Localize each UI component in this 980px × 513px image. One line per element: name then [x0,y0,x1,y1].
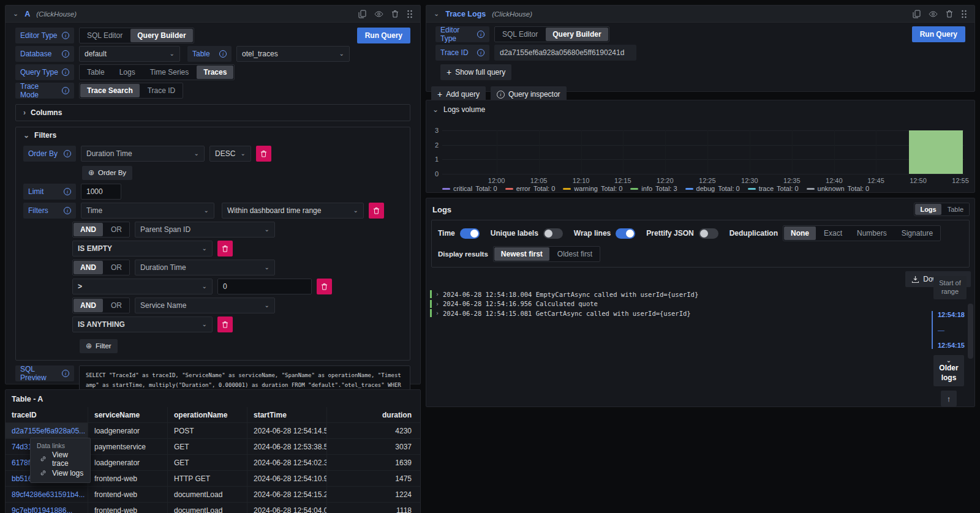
legend-item-warning[interactable]: warningTotal: 0 [563,185,622,192]
run-query-button[interactable]: Run Query [912,26,965,42]
legend-item-error[interactable]: errorTotal: 0 [505,185,556,192]
editor-type-query-builder[interactable]: Query Builder [546,28,608,41]
limit-input[interactable] [81,184,121,200]
column-header-servicename[interactable]: serviceName [88,407,168,423]
duplicate-query-icon[interactable] [913,10,921,18]
log-range-indicator[interactable]: 12:54:18 — 12:54:15 [932,311,965,349]
query-type-logs[interactable]: Logs [113,66,142,79]
remove-order-by-button[interactable] [256,146,271,162]
info-icon[interactable]: i [62,370,69,377]
older-logs-button[interactable]: ⌄ Older logs [933,355,964,386]
column-header-operationname[interactable]: operationName [168,407,247,423]
info-icon[interactable]: i [62,69,69,76]
condition-3-and[interactable]: AND [74,299,103,312]
remove-condition-2-button[interactable] [317,279,332,294]
condition-3-or[interactable]: OR [104,299,129,312]
add-order-by-button[interactable]: ⊕Order By [82,166,132,180]
view-logs-option[interactable]: Logs [915,204,941,215]
dedup-signature[interactable]: Signature [895,227,940,240]
info-icon[interactable]: i [64,188,71,195]
condition-2-value-input[interactable] [217,279,312,294]
drag-handle-icon[interactable] [407,10,413,18]
time-toggle[interactable] [460,228,480,239]
editor-type-sql-editor[interactable]: SQL Editor [80,29,129,42]
remove-condition-1-button[interactable] [217,241,233,256]
scroll-to-top-button[interactable]: ↑ [941,391,957,406]
condition-2-field-select[interactable]: Duration Time⌄ [135,260,275,275]
info-icon[interactable]: i [64,150,71,157]
trace-id-link[interactable]: 9c7ebf01941886... [6,503,88,513]
info-icon[interactable]: i [62,32,69,39]
hide-response-eye-icon[interactable] [929,11,938,17]
show-full-query-button[interactable]: +Show full query [440,64,511,80]
condition-1-operator-select[interactable]: IS EMPTY⌄ [72,241,213,256]
condition-3-field-select[interactable]: Service Name⌄ [135,298,275,313]
info-logs-bar[interactable] [909,130,963,174]
condition-1-and[interactable]: AND [74,223,103,236]
unique-labels-toggle[interactable] [543,228,563,239]
log-row[interactable]: ›2024-06-28 12:54:18.004 EmptyCartAsync … [430,290,913,299]
info-icon[interactable]: i [62,87,69,94]
legend-item-debug[interactable]: debugTotal: 0 [685,185,740,192]
dedup-numbers[interactable]: Numbers [850,227,894,240]
column-header-duration[interactable]: duration [327,407,420,423]
editor-type-query-builder[interactable]: Query Builder [130,29,192,42]
info-icon[interactable]: i [477,31,484,38]
legend-item-info[interactable]: infoTotal: 3 [630,185,677,192]
query-type-table[interactable]: Table [80,66,111,79]
dedup-none[interactable]: None [784,227,816,240]
editor-type-sql-editor[interactable]: SQL Editor [496,28,545,41]
column-header-starttime[interactable]: startTime [247,407,327,423]
view-trace-menu-item[interactable]: View trace [31,452,90,466]
filters-section-header[interactable]: ⌄ Filters [16,127,410,143]
condition-2-or[interactable]: OR [104,261,129,274]
logs-scrollbar[interactable] [968,304,973,359]
newest-first-option[interactable]: Newest first [494,247,549,261]
run-query-button[interactable]: Run Query [357,28,410,43]
remove-condition-3-button[interactable] [217,316,233,332]
prettify-json-toggle[interactable] [699,228,718,239]
order-by-field-select[interactable]: Duration Time⌄ [81,146,205,162]
condition-1-field-select[interactable]: Parent Span ID⌄ [135,222,275,238]
legend-item-critical[interactable]: criticalTotal: 0 [442,185,497,192]
columns-section-header[interactable]: › Columns [16,105,410,121]
query-type-time-series[interactable]: Time Series [143,66,196,79]
trace-mode-trace-id[interactable]: Trace ID [141,84,183,97]
add-filter-button[interactable]: ⊕Filter [80,339,118,353]
log-row[interactable]: ›2024-06-28 12:54:15.081 GetCartAsync ca… [430,309,913,318]
duplicate-query-icon[interactable] [358,10,366,18]
trace-id-link[interactable]: d2a7155ef6a928a05... [6,423,88,439]
view-logs-menu-item[interactable]: View logs [31,466,90,480]
order-by-direction-select[interactable]: DESC⌄ [209,146,251,162]
condition-3-operator-select[interactable]: IS ANYTHING⌄ [72,316,213,332]
hide-response-eye-icon[interactable] [374,11,383,17]
wrap-lines-toggle[interactable] [616,228,635,239]
condition-2-and[interactable]: AND [74,261,103,274]
collapse-chevron-icon[interactable]: ⌄ [13,10,18,17]
drag-handle-icon[interactable] [961,10,967,18]
collapse-chevron-icon[interactable]: ⌄ [434,10,439,17]
delete-query-icon[interactable] [391,10,399,18]
condition-2-operator-select[interactable]: >⌄ [72,279,213,294]
query-type-traces[interactable]: Traces [197,66,233,79]
oldest-first-option[interactable]: Oldest first [551,247,599,261]
filter-value-select[interactable]: Within dashboard time range⌄ [222,203,364,219]
database-select[interactable]: default⌄ [79,46,180,62]
info-icon[interactable]: i [477,49,484,56]
info-icon[interactable]: i [64,207,71,214]
logs-volume-chart[interactable]: 12:00 12:05 12:10 12:15 12:20 12:25 12:3… [442,130,964,174]
filter-field-select[interactable]: Time⌄ [81,203,214,219]
table-select[interactable]: otel_traces⌄ [236,46,350,62]
trace-id-input[interactable] [494,45,636,61]
trace-mode-trace-search[interactable]: Trace Search [80,84,140,97]
view-table-option[interactable]: Table [943,204,968,215]
logs-volume-header[interactable]: ⌄ Logs volume [426,100,974,114]
info-icon[interactable]: i [219,50,227,58]
trace-id-link[interactable]: 89cf4286e631591b4... [6,487,88,503]
dedup-exact[interactable]: Exact [817,227,849,240]
legend-item-unknown[interactable]: unknownTotal: 0 [807,185,870,192]
info-icon[interactable]: i [62,50,69,58]
delete-query-icon[interactable] [946,10,953,18]
log-row[interactable]: ›2024-06-28 12:54:16.956 Calculated quot… [430,299,913,309]
column-header-traceid[interactable]: traceID [6,407,88,423]
